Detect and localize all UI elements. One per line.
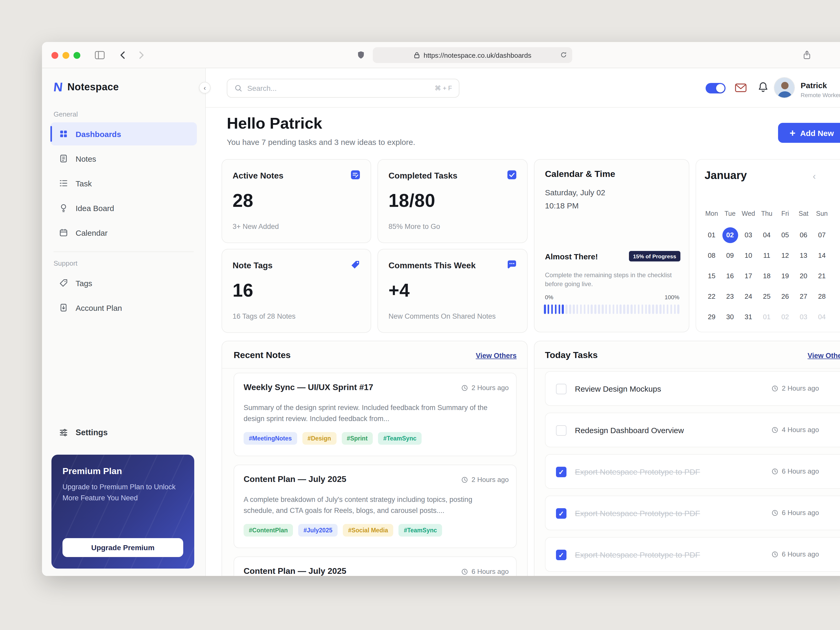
view-others-link[interactable]: View Others — [807, 352, 840, 360]
calendar-day[interactable]: 21 — [813, 266, 831, 286]
sidebar-item-notes[interactable]: Notes — [51, 147, 197, 170]
share-icon[interactable] — [802, 49, 812, 61]
calendar-day[interactable]: 08 — [703, 245, 721, 266]
calendar-day[interactable]: 27 — [794, 286, 813, 306]
tag-chip[interactable]: #ContentPlan — [243, 524, 293, 537]
reload-icon[interactable] — [560, 51, 567, 59]
calendar-day[interactable]: 13 — [794, 245, 813, 266]
calendar-prev-icon[interactable]: ‹ — [813, 171, 816, 182]
calendar-day[interactable]: 06 — [794, 225, 813, 245]
toggle-browser-sidebar-button[interactable] — [95, 51, 105, 60]
sidebar-item-account-plan[interactable]: Account Plan — [51, 296, 197, 319]
calendar-day[interactable]: 11 — [758, 245, 776, 266]
calendar-day[interactable]: 31 — [739, 306, 758, 327]
calendar-day[interactable]: 24 — [739, 286, 758, 306]
calendar-day[interactable]: 02 — [722, 227, 738, 243]
progress-tick — [677, 305, 679, 314]
tag-chip[interactable]: #Social Media — [343, 524, 393, 537]
stat-value: 18/80 — [388, 190, 435, 211]
sidebar-item-idea-board[interactable]: Idea Board — [51, 196, 197, 219]
progress-tick — [580, 305, 582, 314]
search-input[interactable] — [247, 84, 430, 92]
calendar-day[interactable]: 18 — [758, 266, 776, 286]
theme-toggle[interactable] — [706, 83, 726, 93]
note-card[interactable]: Content Plan — July 2025 6 Hours ago — [234, 556, 516, 576]
calendar-day[interactable]: 20 — [794, 266, 813, 286]
progress-tick — [605, 305, 607, 314]
calendar-day[interactable]: 12 — [776, 245, 794, 266]
calendar-day[interactable]: 26 — [776, 286, 794, 306]
calendar-day[interactable]: 28 — [813, 286, 831, 306]
calendar-day[interactable]: 02 — [776, 306, 794, 327]
calendar-day[interactable]: 03 — [739, 225, 758, 245]
tag-chip[interactable]: #TeamSync — [378, 432, 422, 445]
notification-bell-icon[interactable] — [758, 81, 769, 93]
back-button[interactable] — [119, 50, 126, 60]
calendar-day[interactable]: 03 — [794, 306, 813, 327]
calendar-day[interactable]: 05 — [776, 225, 794, 245]
privacy-shield-icon[interactable] — [357, 50, 365, 60]
tag-chip[interactable]: #MeetingNotes — [243, 432, 297, 445]
task-row[interactable]: Export Notespace Prototype to PDF 6 Hour… — [545, 537, 840, 572]
tag-chip[interactable]: #Design — [302, 432, 336, 445]
zoom-window-button[interactable] — [74, 52, 81, 59]
progress-tick — [624, 305, 625, 314]
calendar-day[interactable]: 01 — [703, 225, 721, 245]
task-checkbox[interactable] — [556, 549, 567, 560]
view-others-link[interactable]: View Others — [476, 352, 516, 360]
calendar-day[interactable]: 14 — [813, 245, 831, 266]
progress-tick — [667, 305, 669, 314]
tag-chip[interactable]: #July2025 — [298, 524, 338, 537]
calendar-time-title: Calendar & Time — [545, 169, 615, 180]
task-row[interactable]: Review Design Mockups 2 Hours ago — [545, 371, 840, 406]
calendar-day[interactable]: 19 — [776, 266, 794, 286]
forward-button[interactable] — [137, 50, 145, 60]
calendar-day[interactable]: 10 — [739, 245, 758, 266]
calendar-day[interactable]: 04 — [813, 306, 831, 327]
calendar-day[interactable]: 22 — [703, 286, 721, 306]
note-card[interactable]: Content Plan — July 2025 2 Hours ago A c… — [234, 465, 516, 548]
address-bar[interactable]: https://notespace.co.uk/dashboards — [373, 47, 572, 63]
calendar-day[interactable]: 15 — [703, 266, 721, 286]
note-title: Content Plan — July 2025 — [243, 475, 346, 484]
url-text: https://notespace.co.uk/dashboards — [424, 51, 532, 59]
task-row[interactable]: Export Notespace Prototype to PDF 6 Hour… — [545, 454, 840, 489]
task-row[interactable]: Export Notespace Prototype to PDF 6 Hour… — [545, 496, 840, 530]
calendar-day[interactable]: 16 — [721, 266, 739, 286]
task-checkbox[interactable] — [556, 384, 567, 394]
upgrade-premium-button[interactable]: Upgrade Premium — [63, 538, 183, 557]
tag-chip[interactable]: #TeamSync — [398, 524, 442, 537]
stat-title: Comments This Week — [388, 261, 476, 270]
mail-icon[interactable] — [734, 82, 747, 93]
sidebar-item-dashboards[interactable]: Dashboards — [51, 122, 197, 145]
calendar-day[interactable]: 30 — [721, 306, 739, 327]
note-timestamp: 2 Hours ago — [461, 476, 509, 483]
collapse-sidebar-button[interactable]: ‹ — [199, 82, 210, 93]
user-info[interactable]: Patrick Remote Worker — [801, 81, 840, 98]
calendar-day[interactable]: 17 — [739, 266, 758, 286]
note-card[interactable]: Weekly Sync — UI/UX Sprint #17 2 Hours a… — [234, 373, 516, 456]
calendar-day[interactable]: 07 — [813, 225, 831, 245]
calendar-day[interactable]: 09 — [721, 245, 739, 266]
close-window-button[interactable] — [51, 52, 58, 59]
sidebar-item-calendar[interactable]: Calendar — [51, 221, 197, 244]
calendar-day[interactable]: 04 — [758, 225, 776, 245]
task-checkbox[interactable] — [556, 425, 567, 436]
sidebar-item-task[interactable]: Task — [51, 172, 197, 195]
calendar-day[interactable]: 23 — [721, 286, 739, 306]
calendar-day[interactable]: 29 — [703, 306, 721, 327]
calendar-day[interactable]: 01 — [758, 306, 776, 327]
calendar-day[interactable]: 25 — [758, 286, 776, 306]
sidebar-item-settings[interactable]: Settings — [51, 421, 197, 444]
sidebar-item-tags[interactable]: Tags — [51, 272, 197, 295]
search-box[interactable]: ⌘ + F — [227, 79, 459, 98]
comment-icon — [506, 259, 518, 270]
minimize-window-button[interactable] — [63, 52, 69, 59]
add-new-button[interactable]: + Add New — [778, 123, 840, 143]
tag-chip[interactable]: #Sprint — [341, 432, 373, 445]
task-checkbox[interactable] — [556, 508, 567, 519]
task-row[interactable]: Redesign Dashboard Overview 4 Hours ago — [545, 413, 840, 447]
task-checkbox[interactable] — [556, 467, 567, 477]
sidebar-item-label: Calendar — [76, 228, 107, 237]
user-avatar[interactable] — [774, 77, 795, 98]
